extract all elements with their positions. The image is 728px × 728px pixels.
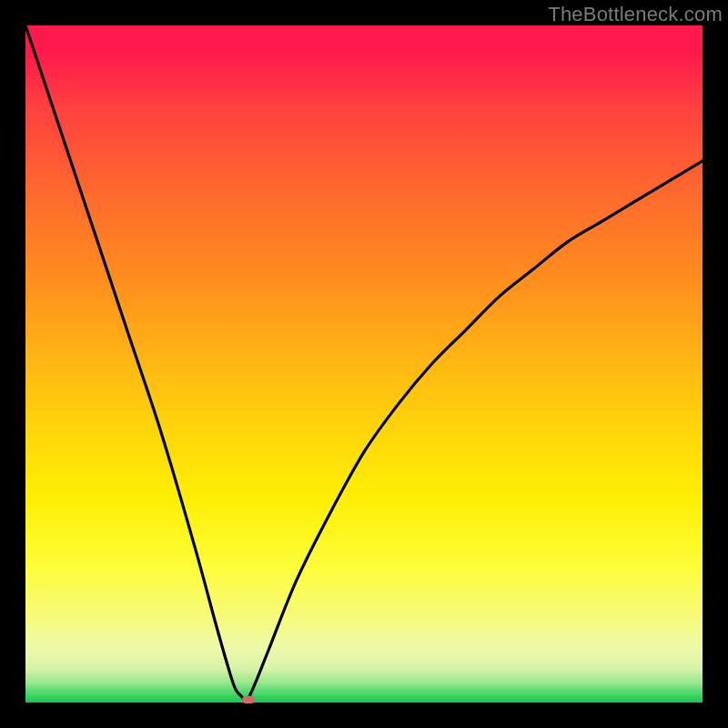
watermark-text: TheBottleneck.com (548, 3, 723, 26)
plot-area (25, 25, 703, 703)
bottleneck-curve-path (25, 25, 703, 703)
chart-frame: TheBottleneck.com (0, 0, 728, 728)
curve-svg (25, 25, 703, 703)
optimum-marker (242, 696, 255, 703)
